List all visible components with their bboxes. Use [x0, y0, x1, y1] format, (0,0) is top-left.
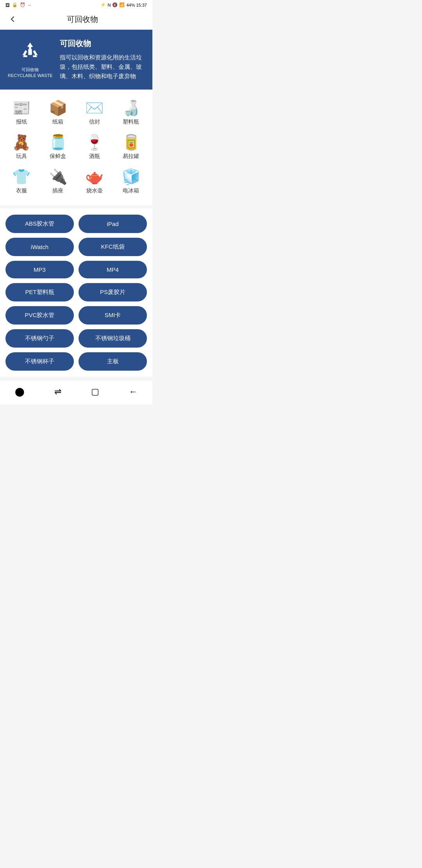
status-bar: 🖼 🔒 ⏰ ··· ⚡ N 🔇 📶 44% 15:37 [0, 0, 152, 9]
banner-text-area: 可回收物 指可以回收和资源化用的生活垃圾，包括纸类、塑料、金属、玻璃、木料、织物… [60, 38, 145, 81]
grid-item[interactable]: 📦 纸箱 [40, 96, 77, 130]
tags-grid: ABS胶水管iPadiWatchKFC纸袋MP3MP4PET塑料瓶PS废胶片PV… [5, 215, 147, 371]
grid-item-icon: 🔌 [49, 169, 67, 184]
recent-button[interactable]: ⇌ [48, 385, 68, 398]
grid-item-label: 塑料瓶 [123, 118, 139, 126]
grid-item[interactable]: 🔌 插座 [40, 165, 77, 199]
grid-item[interactable]: 🫙 保鲜盒 [40, 130, 77, 165]
grid-item-icon: 🍶 [122, 100, 140, 115]
back-button[interactable] [6, 13, 19, 25]
grid-item-icon: 🧸 [12, 135, 30, 150]
grid-item-icon: ✉️ [85, 100, 104, 115]
status-right: ⚡ N 🔇 📶 44% 15:37 [100, 2, 147, 7]
banner-title: 可回收物 [60, 38, 145, 49]
grid-item[interactable]: 🧸 玩具 [3, 130, 40, 165]
banner-icon-area: 可回收物 RECYCLABLE WASTE [8, 41, 53, 78]
bluetooth-icon: ⚡ [100, 2, 106, 7]
items-grid: 📰 报纸 📦 纸箱 ✉️ 信封 🍶 塑料瓶 🧸 玩具 🫙 保鲜盒 🍷 酒瓶 🥫 … [0, 90, 152, 205]
grid-item-icon: 🥫 [122, 135, 140, 150]
wifi-icon: 📶 [119, 2, 125, 7]
grid-item[interactable]: 🍶 塑料瓶 [113, 96, 150, 130]
grid-item-icon: 🍷 [85, 135, 104, 150]
tag-button[interactable]: MP4 [79, 261, 147, 278]
grid-item-icon: 📦 [49, 100, 67, 115]
tag-button[interactable]: iPad [79, 215, 147, 233]
page-title: 可回收物 [19, 14, 146, 25]
bottom-nav: ⬤ ⇌ ▢ ← [0, 380, 152, 405]
grid-item[interactable]: 👕 衣服 [3, 165, 40, 199]
tag-button[interactable]: 不锈钢杯子 [5, 352, 74, 371]
grid-item[interactable]: 📰 报纸 [3, 96, 40, 130]
lock-icon: 🔒 [12, 2, 18, 7]
back-nav-button[interactable]: ← [123, 385, 144, 398]
square-button[interactable]: ▢ [85, 385, 106, 398]
grid-item-label: 电冰箱 [123, 187, 139, 194]
tag-button[interactable]: 不锈钢垃圾桶 [79, 329, 147, 348]
more-icon: ··· [28, 3, 31, 7]
grid-item[interactable]: 🫖 烧水壶 [76, 165, 113, 199]
svg-marker-0 [27, 43, 33, 49]
grid-item-label: 保鲜盒 [50, 153, 66, 160]
grid-item-label: 报纸 [16, 118, 27, 126]
tag-button[interactable]: iWatch [5, 238, 74, 256]
grid-item-icon: 🫖 [85, 169, 104, 184]
grid-item-label: 玩具 [16, 153, 27, 160]
grid-item-label: 信封 [89, 118, 100, 126]
header: 可回收物 [0, 9, 152, 30]
grid-item-icon: 👕 [12, 169, 30, 184]
battery-text: 44% 15:37 [126, 3, 147, 7]
grid-item-label: 插座 [52, 187, 63, 194]
tag-button[interactable]: PET塑料瓶 [5, 283, 74, 301]
tag-button[interactable]: MP3 [5, 261, 74, 278]
svg-marker-1 [23, 50, 27, 57]
nfc-icon: N [107, 3, 111, 7]
clock-icon: ⏰ [20, 2, 25, 7]
grid-item-icon: 📰 [12, 100, 30, 115]
svg-rect-3 [29, 49, 32, 55]
grid-item-icon: 🧊 [122, 169, 140, 184]
home-button[interactable]: ⬤ [9, 385, 31, 398]
grid-item-label: 易拉罐 [123, 153, 139, 160]
photo-icon: 🖼 [5, 3, 10, 7]
grid-item-label: 酒瓶 [89, 153, 100, 160]
tag-button[interactable]: 主板 [79, 352, 147, 371]
grid-item[interactable]: 🧊 电冰箱 [113, 165, 150, 199]
banner-description: 指可以回收和资源化用的生活垃圾，包括纸类、塑料、金属、玻璃、木料、织物和电子废弃… [60, 53, 145, 81]
recycle-icon [19, 41, 41, 65]
grid-item-icon: 🫙 [49, 135, 67, 150]
tags-section: ABS胶水管iPadiWatchKFC纸袋MP3MP4PET塑料瓶PS废胶片PV… [0, 208, 152, 377]
status-left-icons: 🖼 🔒 ⏰ ··· [5, 2, 31, 7]
svg-marker-2 [33, 50, 38, 57]
tag-button[interactable]: PVC胶水管 [5, 306, 74, 325]
grid-item[interactable]: 🥫 易拉罐 [113, 130, 150, 165]
tag-button[interactable]: PS废胶片 [79, 283, 147, 301]
grid-item[interactable]: 🍷 酒瓶 [76, 130, 113, 165]
mute-icon: 🔇 [112, 2, 118, 7]
banner-icon-label: 可回收物 RECYCLABLE WASTE [8, 67, 53, 78]
grid-item-label: 衣服 [16, 187, 27, 194]
tag-button[interactable]: 不锈钢勺子 [5, 329, 74, 348]
grid-item-label: 纸箱 [52, 118, 63, 126]
grid-item-label: 烧水壶 [86, 187, 103, 194]
grid-item[interactable]: ✉️ 信封 [76, 96, 113, 130]
banner: 可回收物 RECYCLABLE WASTE 可回收物 指可以回收和资源化用的生活… [0, 30, 152, 90]
tag-button[interactable]: SMI卡 [79, 306, 147, 325]
tag-button[interactable]: ABS胶水管 [5, 215, 74, 233]
tag-button[interactable]: KFC纸袋 [79, 238, 147, 256]
